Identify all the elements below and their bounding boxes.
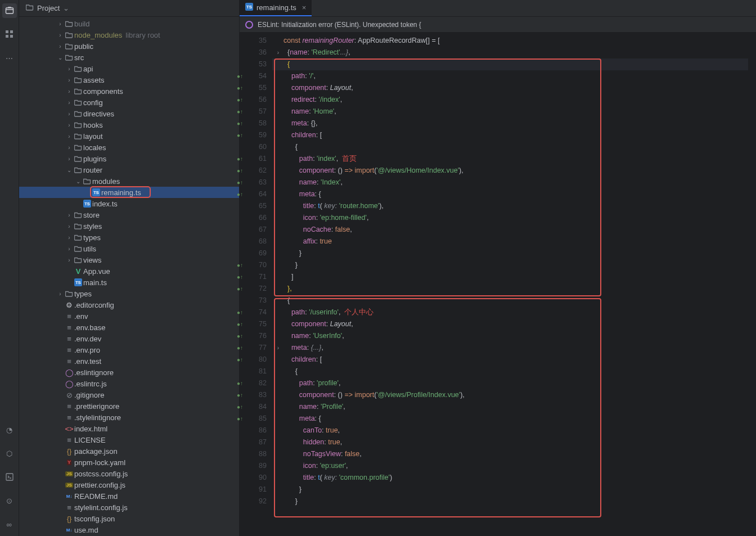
tab-remaining-ts[interactable]: TS remaining.ts × <box>240 0 312 16</box>
close-icon[interactable]: × <box>302 3 307 12</box>
tree-item-public[interactable]: ›public <box>19 40 239 52</box>
code-line[interactable]: icon: 'ep:home-filled', <box>272 212 748 224</box>
tree-item-types[interactable]: ›types <box>19 232 239 243</box>
tree-item-src[interactable]: ⌄src <box>19 52 239 63</box>
tree-item-api[interactable]: ›api <box>19 63 239 74</box>
tree-item-plugins[interactable]: ›plugins <box>19 153 239 164</box>
tree-item--eslintignore[interactable]: ◯.eslintignore <box>19 367 239 378</box>
more-tool-icon[interactable]: ⋯ <box>2 51 17 65</box>
tree-item-styles[interactable]: ›styles <box>19 220 239 232</box>
structure-tool-icon[interactable] <box>2 27 17 42</box>
code-line[interactable]: { <box>272 366 748 377</box>
code-line[interactable]: {name: 'Redirect'...}, <box>272 47 748 58</box>
tree-item-types[interactable]: ›types <box>19 288 239 299</box>
code-line[interactable]: } <box>272 259 748 271</box>
project-tool-icon[interactable] <box>2 3 17 18</box>
tree-item-package-json[interactable]: {}package.json <box>19 445 239 457</box>
code-line[interactable]: component: Layout, <box>272 82 748 94</box>
code-line[interactable]: hidden: true, <box>272 436 748 448</box>
tree-item-postcss-config-js[interactable]: JSpostcss.config.js <box>19 468 239 479</box>
tree-item-router[interactable]: ⌄router <box>19 164 239 175</box>
code-line[interactable]: { <box>272 58 748 70</box>
code-line[interactable]: title: t( key: 'common.profile') <box>272 472 748 484</box>
code-line[interactable]: meta: {...}, <box>272 342 748 354</box>
code-line[interactable]: }, <box>272 283 748 295</box>
package-tool-icon[interactable]: ⬡ <box>2 446 17 461</box>
tree-item-utils[interactable]: ›utils <box>19 243 239 254</box>
tree-item-hooks[interactable]: ›hooks <box>19 119 239 130</box>
code-line[interactable]: meta: { <box>272 413 748 425</box>
clock-tool-icon[interactable]: ◔ <box>2 422 17 437</box>
tree-item--stylelintignore[interactable]: ≡.stylelintignore <box>19 412 239 423</box>
tree-item--prettierignore[interactable]: ≡.prettierignore <box>19 400 239 412</box>
code-line[interactable]: } <box>272 496 748 507</box>
code-line[interactable]: component: Layout, <box>272 318 748 330</box>
code-line[interactable]: path: '/userinfo', 个人中心 <box>272 307 748 318</box>
code-line[interactable]: } <box>272 484 748 496</box>
tree-item--env-base[interactable]: ≡.env.base <box>19 322 239 333</box>
tree-item-prettier-config-js[interactable]: JSprettier.config.js <box>19 479 239 490</box>
code-line[interactable]: path: 'profile', <box>272 377 748 389</box>
tree-item-license[interactable]: ≡LICENSE <box>19 434 239 445</box>
tree-item--eslintrc-js[interactable]: ◯.eslintrc.js <box>19 378 239 389</box>
vcs-tool-icon[interactable]: ∞ <box>2 517 17 532</box>
code-line[interactable]: const remainingRouter: AppRouteRecordRaw… <box>272 35 748 47</box>
code-line[interactable]: name: 'Profile', <box>272 401 748 413</box>
tree-item--editorconfig[interactable]: ⚙.editorconfig <box>19 299 239 310</box>
tree-item-index-html[interactable]: <>index.html <box>19 423 239 434</box>
tree-item-layout[interactable]: ›layout <box>19 130 239 142</box>
tree-item-app-vue[interactable]: VApp.vue <box>19 265 239 277</box>
code-line[interactable]: path: 'index', 首页 <box>272 153 748 165</box>
code-line[interactable]: meta: {}, <box>272 118 748 129</box>
code-line[interactable]: children: [ <box>272 129 748 141</box>
code-line[interactable]: path: '/', <box>272 70 748 82</box>
tree-item-directives[interactable]: ›directives <box>19 108 239 119</box>
tree-item-stylelint-config-js[interactable]: ≡stylelint.config.js <box>19 502 239 513</box>
code-line[interactable]: component: () => import('@/views/Home/In… <box>272 165 748 177</box>
code-line[interactable]: noTagsView: false, <box>272 448 748 460</box>
sidebar-header[interactable]: Project ⌄ <box>19 0 239 17</box>
tree-item-main-ts[interactable]: TSmain.ts <box>19 277 239 288</box>
tree-item-index-ts[interactable]: TSindex.ts <box>19 198 239 209</box>
tree-item-views[interactable]: ›views <box>19 254 239 265</box>
code-line[interactable]: redirect: '/index', <box>272 94 748 106</box>
tree-item-modules[interactable]: ⌄modules <box>19 175 239 187</box>
tree-item-pnpm-lock-yaml[interactable]: Ypnpm-lock.yaml <box>19 457 239 468</box>
problems-tool-icon[interactable]: ⊙ <box>2 493 17 508</box>
tree-item--env-test[interactable]: ≡.env.test <box>19 355 239 367</box>
code-line[interactable]: affix: true <box>272 236 748 247</box>
code-line[interactable]: children: [ <box>272 354 748 366</box>
code-line[interactable]: title: t( key: 'router.home'), <box>272 200 748 212</box>
tree-item-tsconfig-json[interactable]: {}tsconfig.json <box>19 513 239 524</box>
code-line[interactable]: canTo: true, <box>272 425 748 436</box>
scrollbar[interactable] <box>748 33 756 536</box>
tree-item-readme-md[interactable]: M↓README.md <box>19 490 239 502</box>
tree-item-store[interactable]: ›store <box>19 209 239 220</box>
code-line[interactable]: name: 'Home', <box>272 106 748 118</box>
code-line[interactable]: { <box>272 295 748 307</box>
code-line[interactable]: component: () => import('@/views/Profile… <box>272 389 748 401</box>
tree-item-remaining-ts[interactable]: TSremaining.ts <box>19 187 239 198</box>
editor-body[interactable]: 3536›53●↑54●↑55●↑56●↑57●↑58●↑5960●↑61●↑6… <box>240 33 756 536</box>
file-tree[interactable]: ›build›node_moduleslibrary root›public⌄s… <box>19 17 239 536</box>
tree-item-assets[interactable]: ›assets <box>19 74 239 85</box>
terminal-tool-icon[interactable] <box>2 470 17 484</box>
tree-item--env-dev[interactable]: ≡.env.dev <box>19 333 239 344</box>
code-line[interactable]: ] <box>272 271 748 283</box>
tree-item-components[interactable]: ›components <box>19 85 239 97</box>
tree-item-node-modules[interactable]: ›node_moduleslibrary root <box>19 29 239 40</box>
tree-item-config[interactable]: ›config <box>19 97 239 108</box>
code-line[interactable]: noCache: false, <box>272 224 748 236</box>
tree-item--gitignore[interactable]: ⊘.gitignore <box>19 389 239 400</box>
tree-item--env[interactable]: ≡.env <box>19 310 239 322</box>
code-content[interactable]: const remainingRouter: AppRouteRecordRaw… <box>272 33 748 536</box>
code-line[interactable]: } <box>272 247 748 259</box>
code-line[interactable]: name: 'Index', <box>272 177 748 188</box>
code-line[interactable]: { <box>272 141 748 153</box>
lint-bar[interactable]: ESLint: Initialization error (ESLint). U… <box>240 17 756 33</box>
tree-item--env-pro[interactable]: ≡.env.pro <box>19 344 239 355</box>
tree-item-build[interactable]: ›build <box>19 18 239 29</box>
code-line[interactable]: icon: 'ep:user', <box>272 460 748 472</box>
code-line[interactable]: meta: { <box>272 188 748 200</box>
code-line[interactable]: name: 'UserInfo', <box>272 330 748 342</box>
